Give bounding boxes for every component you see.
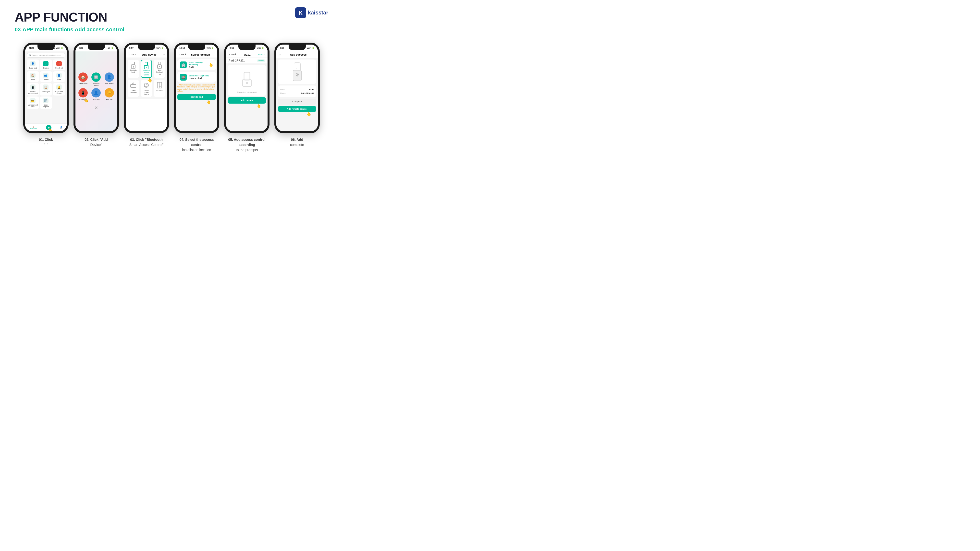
add-bulk-item[interactable]: 🏢 Add bulk rooms [91, 73, 102, 86]
mgmt-card-icon: 💳 [30, 98, 35, 103]
nav-home-icon: 🏠 [33, 126, 34, 128]
complete-button[interactable]: Complete [278, 99, 316, 105]
phone-4-content: ＜ Back Select location 🏢 Select building… [176, 51, 217, 131]
phone-6-container: 9:58 WiFi🔋 ✕ Add success [274, 43, 320, 148]
phone-6-content: ✕ Add success [276, 51, 318, 131]
add-device-item[interactable]: 📱 Add device 👆 [78, 88, 89, 100]
phone-1-bottom-nav: 🏠 Home page + 👆 👤 Me [25, 124, 67, 131]
phone-5-frame: 9:56 WiFi🔋 ＜ Back A101 Details A-A1-1F-A… [224, 43, 269, 133]
phone-1-time: 21:48 [29, 47, 34, 49]
mgmt-card-label: Management card [28, 104, 38, 108]
phone-2-close[interactable]: ✕ [94, 105, 98, 110]
phone-3-header: ＜ Back Add device ↻ [126, 51, 167, 58]
staff-icon: 👤 [56, 73, 62, 78]
phone-4-note: When all rooms in your account are assoc… [177, 84, 216, 92]
phone-3-back-button[interactable]: ＜ Back [128, 53, 136, 56]
guest-pwd-label: Guest pwd [29, 67, 37, 69]
phone-1-guest-pwd[interactable]: 👤 Guest pwd [27, 59, 39, 70]
finger-cursor-4a: 👆 [208, 63, 213, 67]
room-label: Room [280, 92, 285, 94]
finger-cursor-4b: 👆 [206, 99, 211, 104]
phone-1-staff[interactable]: 👤 Staff [53, 71, 65, 82]
step-4-detail: installation location [182, 148, 211, 152]
phone-1-notification[interactable]: 🔔 Notification Center [53, 83, 65, 95]
phone-6-close-button[interactable]: ✕ [279, 53, 281, 56]
phone-4-time: 10:19 [179, 47, 185, 49]
non-bluetooth-item[interactable]: Non-Bluetooth Lock [154, 60, 165, 78]
bluetooth-lock-item[interactable]: Bluetooth Lock [128, 60, 139, 78]
bluetooth-lock-icon [130, 62, 137, 68]
check-in-label: Check in [43, 67, 49, 69]
phone-6-signal: WiFi🔋 [307, 47, 314, 49]
nav-home-label: Home page [30, 128, 37, 129]
phone-1-search[interactable]: 🔍 Search for rooms/tenants/devices [27, 53, 65, 57]
nav-home[interactable]: 🏠 Home page [30, 126, 37, 129]
building-finger: 👆 [208, 62, 213, 67]
phone-3-device-list: Bluetooth Lock BluetoothAccess Control 👆 [126, 58, 167, 99]
step-3-number: 03. Click "Bluetooth [129, 137, 164, 142]
room-value: A-A1-1F-A101 [301, 92, 314, 94]
phone-3-refresh-icon[interactable]: ↻ [163, 53, 165, 56]
nav-me[interactable]: 👤 Me [60, 126, 62, 129]
phone-5-back-button[interactable]: ＜ Back [229, 53, 236, 56]
svg-point-25 [246, 82, 248, 84]
phone-3-header-title: Add device [138, 53, 161, 56]
phone-4-title: Select location [186, 53, 215, 56]
phone-1-grid: 👤 Guest pwd ✓ Check in → Check out 🏠 [27, 59, 65, 109]
phone-6-device-image [278, 59, 316, 84]
phone-5-screen: 9:56 WiFi🔋 ＜ Back A101 Details A-A1-1F-A… [226, 44, 267, 131]
add-bulk-icon: 🏢 [91, 73, 101, 82]
add-role-item[interactable]: 🔑 Add role [103, 88, 115, 100]
non-bluetooth-label: Non-Bluetooth Lock [155, 69, 164, 75]
smart-gateway-item[interactable]: Smart Gateway [128, 80, 139, 97]
phone-1-room[interactable]: 🏠 Room [27, 71, 39, 82]
phone-5-details-link[interactable]: Details [258, 53, 265, 56]
select-building-label: Select building (Optional) [189, 61, 207, 66]
phone-5-device-area: No device, please add [228, 65, 266, 96]
add-role-icon: 🔑 [105, 88, 114, 97]
svg-point-12 [159, 66, 160, 67]
bluetooth-access-item[interactable]: BluetoothAccess Control 👆 [141, 60, 152, 78]
add-remote-control-button[interactable]: Add remote control 👆 [278, 106, 316, 112]
tenant-label: Tenant [43, 79, 49, 81]
building-row: 🏢 Select building (Optional) A-A1 👆 [180, 61, 213, 68]
add-staff-item[interactable]: 👤 Add staff [91, 88, 102, 100]
pending-icon: 📋 [43, 84, 49, 90]
phone-1-check-in[interactable]: ✓ Check in [40, 59, 52, 70]
phone-1-device-mgmt[interactable]: 📱 Device management [27, 83, 39, 95]
svg-rect-13 [130, 84, 136, 87]
elevator-label: Elevator [156, 89, 163, 91]
svg-point-4 [133, 66, 134, 67]
nav-add[interactable]: + 👆 [46, 125, 51, 130]
device-grid: Bluetooth Lock BluetoothAccess Control 👆 [127, 59, 165, 97]
phone-6-title: Add success [281, 53, 315, 56]
step-2-detail: Device" [91, 143, 102, 147]
start-to-add-button[interactable]: Start to add 👆 [177, 94, 216, 100]
phone-1-lock-upgrade[interactable]: 🔄 Lock upgrade [40, 97, 52, 109]
phone-4-frame: 10:19 WiFi🔋 ＜ Back Select location 🏢 [174, 43, 219, 133]
phone-1-tenant[interactable]: 👥 Tenant [40, 71, 52, 82]
phone-6-header: ✕ Add success [276, 51, 318, 58]
phone-1-check-out[interactable]: → Check out [53, 59, 65, 70]
phone-6-frame: 9:58 WiFi🔋 ✕ Add success [274, 43, 320, 133]
add-fab-button[interactable]: + 👆 [46, 125, 51, 130]
guest-pwd-icon: 👤 [30, 61, 35, 67]
notification-label: Notification Center [54, 91, 64, 94]
add-tenant-item[interactable]: 👤 Add tenant [103, 73, 115, 86]
phone-1-mgmt-card[interactable]: 💳 Management card [27, 97, 39, 109]
phone-4-floor-section: 🏬 Select floor (Optional) Unselected [177, 72, 216, 83]
phone-5-signal: WiFi🔋 [257, 47, 264, 49]
staff-label: Staff [57, 79, 61, 81]
phone-1-container: 21:48 ●●●WiFi🔋 🔍 Search for rooms/tenant… [23, 43, 68, 148]
phone-5-header: ＜ Back A101 Details [226, 51, 267, 58]
phone-5-content: ＜ Back A101 Details A-A1-1F-A101 Vacant … [226, 51, 267, 131]
svg-text:K: K [299, 10, 302, 16]
phone-5-room-id-row: A-A1-1F-A101 Vacant [226, 58, 267, 64]
phone-4-back-button[interactable]: ＜ Back [178, 53, 186, 56]
no-device-text: No device, please add [237, 91, 256, 93]
add-room-item[interactable]: 🏠 Add a room [78, 73, 89, 86]
elevator-item[interactable]: Elevator [154, 80, 165, 97]
notification-icon: 🔔 [56, 84, 62, 90]
add-device-button[interactable]: Add device 👆 [228, 97, 266, 103]
phone-1-pending[interactable]: 📋 Pending list [40, 83, 52, 95]
